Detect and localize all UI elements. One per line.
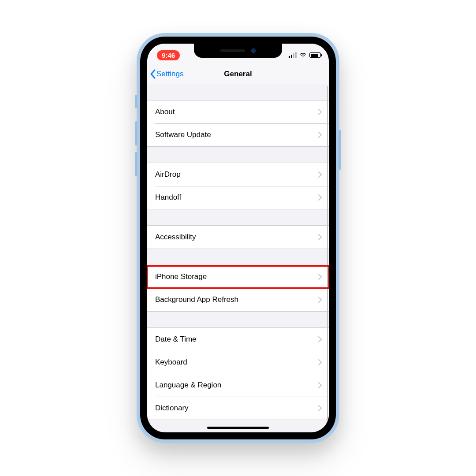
phone-bezel: 9:46 [140, 37, 336, 439]
chevron-right-icon [318, 382, 322, 388]
section-storage: iPhone Storage Background App Refresh [147, 265, 329, 312]
speaker-grille [220, 49, 245, 52]
chevron-right-icon [318, 234, 322, 240]
chevron-right-icon [318, 109, 322, 115]
section-airdrop: AirDrop Handoff [147, 163, 329, 209]
row-label: About [155, 108, 175, 116]
section-gap [147, 147, 329, 163]
row-label: Language & Region [155, 381, 221, 390]
battery-icon [309, 52, 321, 58]
status-indicators [289, 52, 321, 58]
section-gap [147, 84, 329, 100]
chevron-right-icon [318, 274, 322, 280]
row-label: Keyboard [155, 358, 187, 367]
phone-frame: 9:46 [137, 33, 339, 443]
section-locale: Date & Time Keyboard Language & Region [147, 327, 329, 420]
screen: 9:46 [147, 44, 329, 432]
row-accessibility[interactable]: Accessibility [147, 226, 329, 249]
chevron-right-icon [318, 194, 322, 201]
back-button[interactable]: Settings [150, 64, 183, 84]
settings-list[interactable]: About Software Update [147, 84, 329, 432]
row-label: Handoff [155, 193, 181, 202]
chevron-right-icon [318, 405, 322, 411]
row-handoff[interactable]: Handoff [147, 186, 329, 209]
front-camera [251, 48, 256, 53]
section-gap [147, 312, 329, 327]
chevron-right-icon [318, 359, 322, 365]
phone-silence-switch [135, 95, 138, 108]
row-iphone-storage[interactable]: iPhone Storage [147, 265, 329, 288]
back-label: Settings [156, 70, 183, 78]
chevron-right-icon [318, 336, 322, 342]
row-dictionary[interactable]: Dictionary [147, 397, 329, 420]
section-accessibility: Accessibility [147, 225, 329, 249]
row-label: Software Update [155, 130, 211, 139]
row-label: Date & Time [155, 335, 197, 344]
chevron-right-icon [318, 297, 322, 303]
row-date-time[interactable]: Date & Time [147, 328, 329, 351]
phone-volume-up [135, 121, 138, 145]
row-label: Accessibility [155, 233, 196, 242]
row-airdrop[interactable]: AirDrop [147, 163, 329, 186]
phone-volume-down [135, 152, 138, 176]
chevron-right-icon [318, 132, 322, 138]
nav-bar: Settings General [147, 64, 329, 84]
notch [194, 44, 282, 58]
row-background-app-refresh[interactable]: Background App Refresh [147, 288, 329, 311]
row-software-update[interactable]: Software Update [147, 123, 329, 146]
row-label: Dictionary [155, 404, 189, 413]
chevron-left-icon [150, 69, 156, 79]
cellular-signal-icon [289, 52, 297, 58]
status-time-recording[interactable]: 9:46 [157, 50, 180, 60]
section-gap [147, 249, 329, 265]
row-keyboard[interactable]: Keyboard [147, 351, 329, 374]
section-about: About Software Update [147, 100, 329, 147]
row-label: Background App Refresh [155, 295, 238, 304]
phone-power-button [338, 130, 341, 170]
wifi-icon [299, 52, 307, 58]
section-gap [147, 209, 329, 225]
chevron-right-icon [318, 171, 322, 178]
home-indicator[interactable] [207, 427, 269, 429]
row-language-region[interactable]: Language & Region [147, 374, 329, 397]
nav-title: General [224, 70, 252, 78]
row-about[interactable]: About [147, 100, 329, 123]
row-label: iPhone Storage [155, 272, 207, 281]
row-label: AirDrop [155, 170, 181, 179]
